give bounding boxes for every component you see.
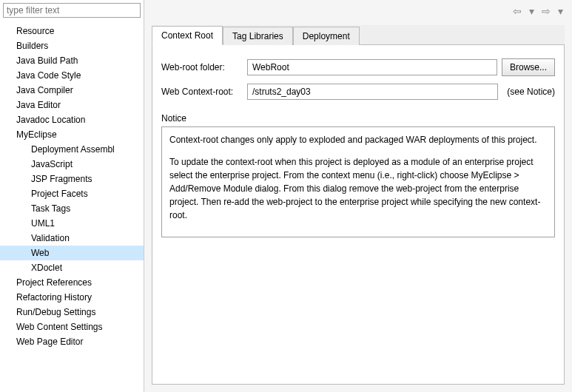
- sidebar-item-builders[interactable]: Builders: [0, 38, 144, 53]
- tab-deployment[interactable]: Deployment: [293, 27, 360, 45]
- sidebar-item-web[interactable]: Web: [0, 246, 144, 260]
- context-label: Web Context-root:: [161, 87, 243, 97]
- sidebar-item-web-content-settings[interactable]: Web Content Settings: [0, 320, 144, 334]
- sidebar-tree: ResourceBuildersJava Build PathJava Code…: [0, 21, 144, 392]
- see-notice-label: (see Notice): [502, 87, 555, 97]
- tab-content: Web-root folder: Browse... Web Context-r…: [152, 45, 565, 385]
- sidebar-item-jsp-fragments[interactable]: JSP Fragments: [0, 172, 144, 186]
- back-menu-icon[interactable]: ▾: [528, 5, 536, 17]
- webroot-label: Web-root folder:: [161, 62, 243, 72]
- sidebar-item-java-editor[interactable]: Java Editor: [0, 98, 144, 112]
- main-panel: ⇦ ▾ ⇨ ▾ Context RootTag LibrariesDeploym…: [144, 0, 572, 392]
- sidebar-item-web-page-editor[interactable]: Web Page Editor: [0, 334, 144, 349]
- filter-wrap: [0, 0, 144, 21]
- sidebar-item-xdoclet[interactable]: XDoclet: [0, 260, 144, 275]
- sidebar-item-javadoc-location[interactable]: Javadoc Location: [0, 112, 144, 127]
- notice-paragraph: Context-root changes only apply to explo…: [169, 133, 547, 146]
- context-input[interactable]: [247, 84, 498, 100]
- topbar: ⇦ ▾ ⇨ ▾: [144, 0, 572, 22]
- sidebar-item-javascript[interactable]: JavaScript: [0, 157, 144, 172]
- context-row: Web Context-root: (see Notice): [161, 84, 555, 100]
- sidebar-item-deployment-assembl[interactable]: Deployment Assembl: [0, 142, 144, 157]
- tabs: Context RootTag LibrariesDeployment: [152, 25, 565, 45]
- sidebar-item-java-build-path[interactable]: Java Build Path: [0, 53, 144, 68]
- notice-header: Notice: [161, 113, 555, 124]
- back-icon[interactable]: ⇦: [511, 5, 523, 17]
- sidebar-item-project-facets[interactable]: Project Facets: [0, 186, 144, 201]
- notice-box: Context-root changes only apply to explo…: [161, 126, 555, 237]
- forward-menu-icon[interactable]: ▾: [556, 5, 565, 17]
- webroot-row: Web-root folder: Browse...: [161, 58, 555, 76]
- sidebar-item-task-tags[interactable]: Task Tags: [0, 201, 144, 216]
- tab-context-root[interactable]: Context Root: [152, 26, 223, 45]
- sidebar-item-project-references[interactable]: Project References: [0, 275, 144, 290]
- sidebar-item-run-debug-settings[interactable]: Run/Debug Settings: [0, 305, 144, 320]
- filter-input[interactable]: [3, 3, 141, 18]
- sidebar-item-java-compiler[interactable]: Java Compiler: [0, 83, 144, 98]
- sidebar-item-myeclipse[interactable]: MyEclipse: [0, 127, 144, 142]
- webroot-input[interactable]: [247, 59, 497, 75]
- notice-paragraph: To update the context-root when this pro…: [169, 155, 547, 222]
- sidebar-item-uml1[interactable]: UML1: [0, 216, 144, 231]
- sidebar-item-java-code-style[interactable]: Java Code Style: [0, 68, 144, 83]
- browse-button[interactable]: Browse...: [502, 58, 555, 76]
- tab-tag-libraries[interactable]: Tag Libraries: [223, 27, 293, 45]
- sidebar-item-validation[interactable]: Validation: [0, 231, 144, 246]
- sidebar-item-refactoring-history[interactable]: Refactoring History: [0, 290, 144, 305]
- sidebar-item-resource[interactable]: Resource: [0, 24, 144, 38]
- sidebar: ResourceBuildersJava Build PathJava Code…: [0, 0, 144, 392]
- forward-icon[interactable]: ⇨: [540, 5, 552, 17]
